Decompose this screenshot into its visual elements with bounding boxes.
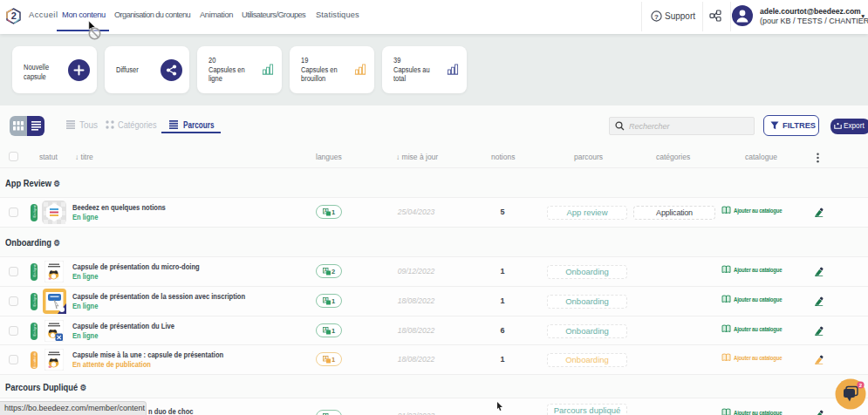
svg-text:2: 2	[11, 10, 17, 21]
svg-text:?: ?	[654, 13, 659, 21]
